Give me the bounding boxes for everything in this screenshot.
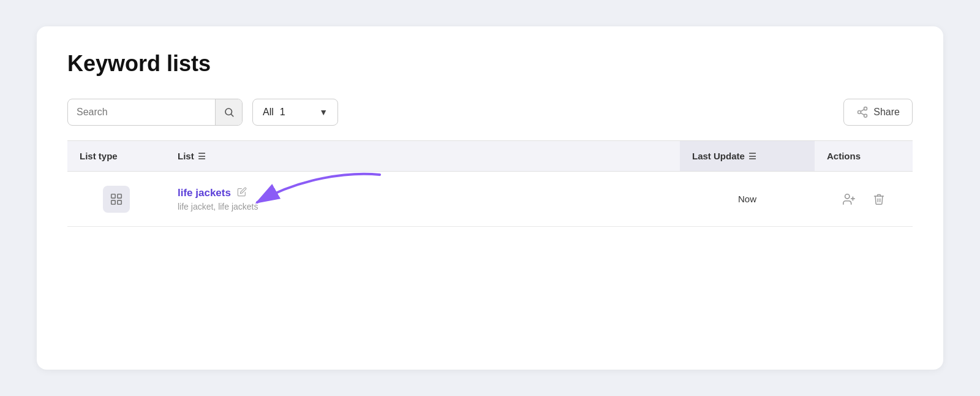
col-last-update: Last Update ☰	[680, 141, 815, 171]
list-sort-icon[interactable]: ☰	[198, 151, 206, 161]
share-label: Share	[873, 107, 900, 118]
svg-rect-9	[111, 200, 115, 204]
toolbar: All 1 ▼ Share	[67, 99, 913, 126]
search-input[interactable]	[68, 107, 215, 118]
last-update-cell: Now	[680, 184, 815, 214]
chevron-down-icon: ▼	[319, 107, 328, 117]
delete-button[interactable]	[869, 189, 889, 209]
list-name-link[interactable]: life jackets	[178, 187, 231, 199]
grid-icon	[110, 192, 123, 206]
page-title: Keyword lists	[67, 51, 913, 77]
edit-icon[interactable]	[237, 187, 247, 199]
filter-dropdown[interactable]: All 1 ▼	[252, 99, 338, 126]
search-wrapper	[67, 99, 243, 126]
add-user-button[interactable]	[839, 189, 859, 210]
filter-label: All	[263, 107, 274, 118]
svg-line-5	[861, 113, 864, 115]
table-header: List type List ☰ Last Update ☰ Actions	[67, 141, 913, 172]
table-row: life jackets life jacket, life jackets	[67, 172, 913, 227]
svg-rect-8	[118, 194, 121, 197]
list-name-cell: life jackets life jacket, life jackets	[165, 177, 680, 221]
col-list: List ☰	[165, 141, 680, 171]
col-list-type: List type	[67, 141, 165, 171]
list-type-cell	[67, 176, 165, 223]
add-user-icon	[842, 192, 856, 206]
filter-count: 1	[280, 107, 285, 118]
list-type-icon	[103, 186, 130, 213]
main-card: Keyword lists All 1 ▼	[37, 26, 943, 370]
list-keywords: life jacket, life jackets	[178, 202, 668, 211]
search-button[interactable]	[215, 99, 242, 126]
share-button[interactable]: Share	[843, 99, 913, 126]
svg-rect-10	[118, 200, 121, 204]
actions-cell	[815, 179, 913, 219]
svg-line-6	[861, 109, 864, 111]
svg-line-1	[231, 114, 233, 116]
col-actions: Actions	[815, 141, 913, 171]
keyword-table: List type List ☰ Last Update ☰ Actions	[67, 140, 913, 227]
svg-rect-7	[111, 194, 115, 197]
annotation-arrow	[227, 169, 386, 230]
trash-icon	[873, 193, 885, 205]
search-icon	[224, 107, 235, 118]
last-update-sort-icon[interactable]: ☰	[748, 151, 756, 161]
svg-point-12	[845, 194, 850, 198]
share-icon	[856, 106, 869, 118]
